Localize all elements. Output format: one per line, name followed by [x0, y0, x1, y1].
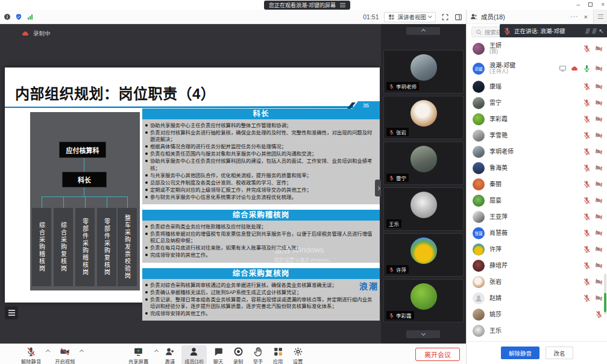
- member-row[interactable]: 张岩: [467, 274, 607, 290]
- toolbar-button-apps[interactable]: 应用: [270, 345, 286, 364]
- member-avatar: [473, 260, 485, 272]
- member-row[interactable]: 屈娈: [467, 192, 607, 209]
- meeting-info-icon[interactable]: [4, 13, 11, 20]
- chevron-up-icon[interactable]: [154, 350, 159, 354]
- chevron-up-icon: [421, 29, 425, 33]
- member-name: 秦丽: [489, 181, 578, 188]
- toolbar-button-chat[interactable]: 聊天: [210, 345, 227, 364]
- member-row[interactable]: 慧薇肖慧薇: [467, 225, 607, 241]
- list-icon: [8, 312, 15, 313]
- toolbar-button-record[interactable]: 录制: [230, 345, 247, 364]
- tile-name-label: 雷宁: [386, 174, 409, 182]
- minimize-button[interactable]: –: [577, 1, 580, 8]
- video-tile[interactable]: 李玥老师: [383, 50, 464, 93]
- screen-icon: [559, 64, 567, 72]
- tile-name-label: 李玥老师: [386, 82, 419, 90]
- cam-off-icon: [595, 262, 603, 269]
- toolbar-button-share[interactable]: 共享屏幕: [125, 345, 151, 364]
- view-mode-button[interactable]: 演讲者视图: [384, 12, 436, 22]
- member-row[interactable]: 姚莎: [467, 306, 607, 322]
- member-row[interactable]: 王亚萍: [467, 209, 607, 225]
- sidebar-layout-icon[interactable]: [454, 13, 462, 21]
- member-name: 李玥老师: [489, 148, 578, 155]
- video-tile[interactable]: 雷宁: [383, 142, 464, 185]
- more-options-icon[interactable]: ···: [571, 13, 579, 20]
- members-panel: 成员(18) ··· × 搜索成员 正在讲话: 浪潮-邓键 ↖ 王妍(我)邓键浪…: [466, 10, 607, 364]
- toolbar-button-hand[interactable]: 举手: [250, 345, 266, 364]
- participant-avatar: [410, 146, 437, 172]
- org-root-box: 应付核算科: [59, 142, 106, 158]
- member-row[interactable]: 薛培芹: [467, 257, 607, 274]
- volume-bar-icon: [585, 28, 590, 34]
- member-row[interactable]: 雷宁: [467, 95, 607, 111]
- scrollbar-thumb[interactable]: [604, 293, 606, 312]
- close-button[interactable]: ×: [601, 1, 605, 8]
- cam-off-icon: [595, 115, 603, 123]
- toolbar-label: 解除静音: [21, 357, 41, 364]
- meeting-timer: 01:51: [363, 13, 379, 20]
- maximize-button[interactable]: [588, 2, 593, 7]
- cam-off-icon: [595, 180, 603, 188]
- member-avatar: [473, 178, 485, 190]
- panel-close-icon[interactable]: ×: [584, 13, 588, 20]
- bullet-item: 负责确认单据稽核无误后，过账到SAP系统生成正式会计核算凭证；: [145, 289, 376, 296]
- screen-share-banner[interactable]: 您正在观看浪潮-邓键的屏幕: [264, 1, 350, 10]
- tile-name-label: 许萍: [386, 265, 409, 274]
- toolbar-button-gear[interactable]: 设置: [290, 345, 306, 364]
- toolbar-label: 举手: [253, 357, 263, 364]
- unmute-all-button[interactable]: 解除静音: [501, 347, 539, 359]
- member-row[interactable]: 康瑶: [467, 78, 607, 95]
- member-row[interactable]: 鲁海英: [467, 160, 607, 176]
- member-avatar: [473, 325, 485, 337]
- member-row[interactable]: 李彩霞: [467, 111, 607, 127]
- strip-scroll-down-button[interactable]: [406, 330, 440, 338]
- security-shield-icon[interactable]: [15, 13, 22, 20]
- rename-button[interactable]: 改名: [546, 347, 573, 359]
- member-icon: [189, 347, 199, 357]
- banner-menu-icon[interactable]: [340, 3, 345, 7]
- network-signal-icon[interactable]: [27, 13, 34, 20]
- cloud-icon: [571, 64, 579, 72]
- org-position-box: 综合采购稽核岗: [32, 208, 51, 286]
- restore-float-icon[interactable]: ↖: [599, 28, 604, 34]
- member-row[interactable]: 李雪艳: [467, 127, 607, 143]
- strip-scroll-up-button[interactable]: [406, 27, 440, 35]
- cam-off-icon: [595, 99, 603, 107]
- member-row[interactable]: 王乐: [467, 322, 607, 339]
- leave-meeting-button[interactable]: 离开会议: [415, 348, 460, 361]
- participant-avatar: [410, 237, 437, 264]
- mic-off-icon: [583, 180, 591, 188]
- member-row[interactable]: 邓键浪潮-邓键(主持人): [467, 58, 607, 78]
- video-tile[interactable]: 王乐: [383, 187, 464, 231]
- bullet-item: 根据具体情况合理的进行任务分配并监控任务分布处理情况；: [145, 143, 376, 150]
- video-tile[interactable]: 张岩: [383, 96, 464, 139]
- bullet-item: 完成领导安排的其他工作。: [145, 252, 376, 259]
- cam-off-dark-icon: [60, 347, 70, 357]
- member-row[interactable]: 李玥老师: [467, 143, 607, 160]
- toolbar-button-mic-off-dark[interactable]: 解除静音: [18, 345, 44, 364]
- panel-menu-tab[interactable]: [593, 10, 607, 24]
- fullscreen-icon[interactable]: [441, 13, 449, 21]
- section-title: 综合采购稽核岗: [142, 210, 380, 221]
- member-row[interactable]: 秦丽: [467, 176, 607, 192]
- invite-icon: [165, 347, 175, 357]
- video-tile[interactable]: 许萍: [383, 233, 464, 277]
- mic-off-icon: [583, 99, 591, 107]
- section-body: 协助共享服务中心主任负责应付核算科的整体工作管理和协调；负责对应付核算科业务进行…: [142, 119, 380, 204]
- strip-collapse-handle[interactable]: [375, 180, 381, 196]
- toolbar-button-cam-off-dark[interactable]: 开启视频: [52, 345, 78, 364]
- slide-title: 内部组织规划：岗位职责（4）: [15, 82, 215, 103]
- annotation-tools-button[interactable]: [5, 306, 18, 319]
- member-row[interactable]: 王妍(我): [467, 39, 607, 58]
- toolbar-button-invite[interactable]: 邀请: [162, 345, 178, 364]
- member-avatar: 慧薇: [473, 227, 485, 239]
- member-avatar: [473, 211, 485, 223]
- toolbar-button-member[interactable]: 成员(18): [181, 345, 206, 364]
- chat-icon: [213, 347, 224, 357]
- chevron-up-icon[interactable]: [80, 350, 84, 354]
- video-tile[interactable]: 李彩霞: [383, 279, 464, 322]
- layout-grid-icon: [388, 14, 395, 20]
- member-row[interactable]: 赵婧: [467, 290, 607, 306]
- member-row[interactable]: 许萍: [467, 241, 607, 257]
- chevron-up-icon[interactable]: [46, 350, 50, 354]
